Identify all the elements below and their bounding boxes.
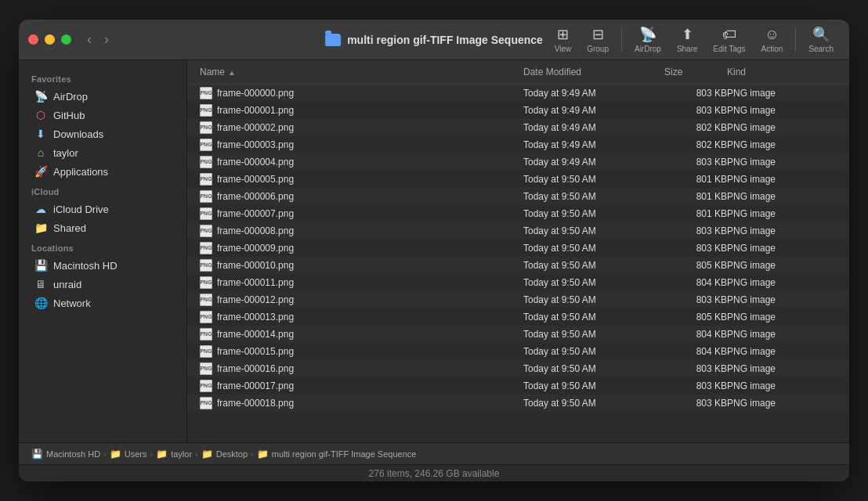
file-name-cell: PNG frame-000010.png: [200, 259, 523, 272]
sidebar-item-applications[interactable]: 🚀 Applications: [22, 162, 183, 181]
file-name: frame-000002.png: [217, 122, 294, 133]
table-row[interactable]: PNG frame-000016.png Today at 9:50 AM 80…: [187, 360, 849, 377]
table-row[interactable]: PNG frame-000010.png Today at 9:50 AM 80…: [187, 257, 849, 274]
forward-button[interactable]: ›: [101, 30, 112, 49]
search-button[interactable]: 🔍 Search: [802, 23, 840, 56]
file-size-cell: 804 KB: [664, 329, 727, 340]
group-button[interactable]: ⊟ Group: [580, 23, 615, 56]
file-size-cell: 802 KB: [664, 139, 727, 150]
file-size-cell: 804 KB: [664, 277, 727, 288]
size-column-header[interactable]: Size: [664, 63, 727, 81]
sidebar-item-taylor[interactable]: ⌂ taylor: [22, 143, 183, 162]
file-thumb-icon: PNG: [200, 380, 212, 392]
hd-sidebar-icon: 💾: [34, 259, 47, 272]
table-row[interactable]: PNG frame-000004.png Today at 9:49 AM 80…: [187, 153, 849, 171]
file-name-cell: PNG frame-000005.png: [200, 173, 523, 186]
main-content: Favorites 📡 AirDrop ⬡ GitHub ⬇ Downloads…: [19, 60, 849, 442]
sidebar-item-downloads[interactable]: ⬇ Downloads: [22, 124, 183, 143]
file-name-cell: PNG frame-000015.png: [200, 345, 523, 358]
file-kind-cell: PNG image: [727, 243, 837, 254]
sidebar-item-macintosh-hd[interactable]: 💾 Macintosh HD: [22, 256, 183, 275]
name-column-header[interactable]: Name ▲: [200, 63, 523, 81]
share-icon: ⬆: [682, 26, 693, 43]
file-thumb-icon: PNG: [200, 190, 212, 203]
search-icon: 🔍: [812, 26, 830, 43]
breadcrumb-item-3[interactable]: 📁Desktop: [201, 449, 248, 460]
file-kind-cell: PNG image: [727, 346, 837, 357]
file-thumb-icon: PNG: [200, 294, 212, 306]
minimize-button[interactable]: [45, 34, 55, 45]
table-row[interactable]: PNG frame-000013.png Today at 9:50 AM 80…: [187, 308, 849, 326]
table-row[interactable]: PNG frame-000014.png Today at 9:50 AM 80…: [187, 326, 849, 343]
table-row[interactable]: PNG frame-000001.png Today at 9:49 AM 80…: [187, 102, 849, 119]
airdrop-label: AirDrop: [635, 45, 661, 53]
airdrop-button[interactable]: 📡 AirDrop: [628, 23, 667, 56]
file-name-cell: PNG frame-000004.png: [200, 156, 523, 168]
close-button[interactable]: [28, 34, 38, 45]
finder-window: ‹ › multi region gif-TIFF Image Sequence…: [19, 20, 849, 481]
date-column-header[interactable]: Date Modified: [523, 63, 664, 81]
sidebar-item-github[interactable]: ⬡ GitHub: [22, 106, 183, 124]
file-name-cell: PNG frame-000018.png: [200, 397, 523, 409]
table-row[interactable]: PNG frame-000017.png Today at 9:50 AM 80…: [187, 377, 849, 395]
view-button[interactable]: ⊞ View: [548, 23, 578, 56]
breadcrumb-item-2[interactable]: 📁taylor: [156, 449, 192, 460]
table-row[interactable]: PNG frame-000012.png Today at 9:50 AM 80…: [187, 291, 849, 308]
kind-col-label: Kind: [727, 67, 746, 77]
table-row[interactable]: PNG frame-000003.png Today at 9:49 AM 80…: [187, 136, 849, 153]
file-date-cell: Today at 9:50 AM: [523, 191, 664, 202]
airdrop-sidebar-label: AirDrop: [53, 91, 88, 103]
file-date-cell: Today at 9:49 AM: [523, 88, 664, 99]
breadcrumb-item-4[interactable]: 📁multi region gif-TIFF Image Sequence: [257, 449, 417, 460]
file-name: frame-000000.png: [217, 88, 294, 99]
icloud-sidebar-icon: ☁: [34, 203, 47, 215]
file-size-cell: 803 KB: [664, 398, 727, 409]
file-name-cell: PNG frame-000001.png: [200, 104, 523, 117]
table-row[interactable]: PNG frame-000011.png Today at 9:50 AM 80…: [187, 274, 849, 291]
file-kind-cell: PNG image: [727, 208, 837, 219]
file-list[interactable]: PNG frame-000000.png Today at 9:49 AM 80…: [187, 85, 849, 442]
sidebar-item-unraid[interactable]: 🖥 unraid: [22, 275, 183, 294]
file-date-cell: Today at 9:50 AM: [523, 363, 664, 374]
breadcrumb-label: multi region gif-TIFF Image Sequence: [272, 449, 417, 459]
file-thumb-icon: PNG: [200, 259, 212, 272]
applications-sidebar-icon: 🚀: [34, 165, 47, 178]
file-date-cell: Today at 9:50 AM: [523, 243, 664, 254]
sidebar-item-airdrop[interactable]: 📡 AirDrop: [22, 87, 183, 106]
sidebar-item-network[interactable]: 🌐 Network: [22, 294, 183, 312]
breadcrumb-item-1[interactable]: 📁Users: [110, 449, 147, 460]
icloud-sidebar-label: iCloud Drive: [53, 204, 109, 215]
table-row[interactable]: PNG frame-000007.png Today at 9:50 AM 80…: [187, 205, 849, 222]
kind-column-header[interactable]: Kind: [727, 63, 837, 81]
table-row[interactable]: PNG frame-000000.png Today at 9:49 AM 80…: [187, 85, 849, 102]
action-icon: ☺: [765, 27, 779, 43]
breadcrumb-item-0[interactable]: 💾Macintosh HD: [31, 449, 100, 460]
github-sidebar-icon: ⬡: [34, 109, 47, 121]
file-date-cell: Today at 9:50 AM: [523, 329, 664, 340]
action-button[interactable]: ☺ Action: [755, 23, 790, 56]
table-row[interactable]: PNG frame-000002.png Today at 9:49 AM 80…: [187, 119, 849, 136]
favorites-section-label: Favorites: [19, 68, 186, 87]
sidebar-item-shared[interactable]: 📁 Shared: [22, 218, 183, 237]
file-size-cell: 805 KB: [664, 260, 727, 271]
file-date-cell: Today at 9:49 AM: [523, 105, 664, 116]
table-row[interactable]: PNG frame-000015.png Today at 9:50 AM 80…: [187, 343, 849, 360]
table-row[interactable]: PNG frame-000009.png Today at 9:50 AM 80…: [187, 240, 849, 257]
edit-tags-button[interactable]: 🏷 Edit Tags: [707, 23, 752, 56]
table-row[interactable]: PNG frame-000018.png Today at 9:50 AM 80…: [187, 395, 849, 412]
share-button[interactable]: ⬆ Share: [671, 23, 704, 56]
tags-label: Edit Tags: [714, 45, 746, 53]
maximize-button[interactable]: [61, 34, 71, 45]
github-sidebar-label: GitHub: [53, 110, 85, 121]
table-row[interactable]: PNG frame-000008.png Today at 9:50 AM 80…: [187, 222, 849, 240]
title-text: multi region gif-TIFF Image Sequence: [347, 34, 543, 46]
sidebar-item-icloud[interactable]: ☁ iCloud Drive: [22, 200, 183, 218]
file-thumb-icon: PNG: [200, 87, 212, 99]
table-row[interactable]: PNG frame-000005.png Today at 9:50 AM 80…: [187, 171, 849, 188]
file-kind-cell: PNG image: [727, 122, 837, 133]
table-row[interactable]: PNG frame-000006.png Today at 9:50 AM 80…: [187, 188, 849, 205]
breadcrumb-icon: 📁: [110, 449, 121, 460]
file-date-cell: Today at 9:50 AM: [523, 294, 664, 305]
file-name-cell: PNG frame-000011.png: [200, 276, 523, 289]
back-button[interactable]: ‹: [84, 30, 95, 49]
